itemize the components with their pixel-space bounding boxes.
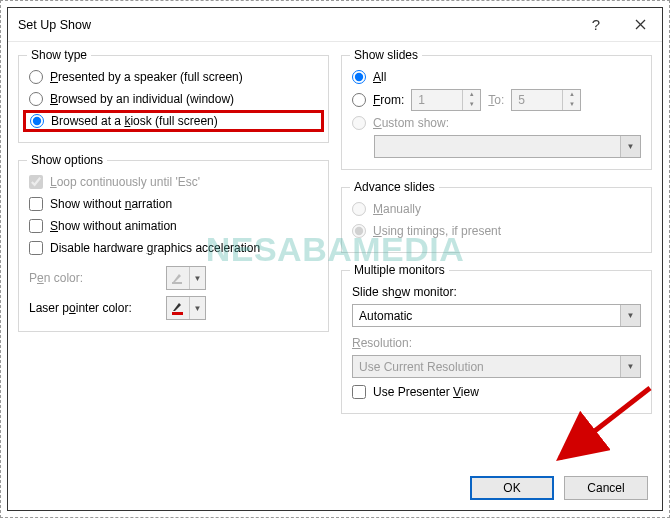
chevron-down-icon: ▼ (620, 136, 640, 157)
ok-button[interactable]: OK (470, 476, 554, 500)
label-pen-color: Pen color: (29, 271, 159, 285)
legend-show-options: Show options (27, 153, 107, 167)
label-resolution: Resolution: (352, 336, 412, 350)
chevron-down-icon[interactable]: ▼ (189, 297, 205, 319)
legend-show-slides: Show slides (350, 48, 422, 62)
label-to: To: (488, 93, 504, 107)
radio-all-slides[interactable] (352, 70, 366, 84)
chevron-down-icon: ▼ (189, 267, 205, 289)
label-presented: Presented by a speaker (full screen) (50, 70, 243, 84)
to-spinner[interactable]: ▲▼ (511, 89, 581, 111)
radio-from-slides[interactable] (352, 93, 366, 107)
from-value[interactable] (412, 90, 462, 110)
radio-manually (352, 202, 366, 216)
label-monitor: Slide show monitor: (352, 285, 457, 299)
label-presenter-view: Use Presenter View (373, 385, 479, 399)
radio-browsed-individual[interactable] (29, 92, 43, 106)
label-no-narration: Show without narration (50, 197, 172, 211)
check-no-narration[interactable] (29, 197, 43, 211)
legend-advance: Advance slides (350, 180, 439, 194)
monitor-combo[interactable]: Automatic ▼ (352, 304, 641, 327)
group-multiple-monitors: Multiple monitors Slide show monitor: Au… (341, 263, 652, 414)
radio-kiosk[interactable] (30, 114, 44, 128)
from-spinner[interactable]: ▲▼ (411, 89, 481, 111)
resolution-value: Use Current Resolution (353, 360, 620, 374)
laser-color-icon (167, 297, 189, 319)
label-all-slides: All (373, 70, 386, 84)
label-disable-hw: Disable hardware graphics acceleration (50, 241, 260, 255)
radio-timings (352, 224, 366, 238)
legend-monitors: Multiple monitors (350, 263, 449, 277)
monitor-value: Automatic (353, 309, 620, 323)
chevron-down-icon[interactable]: ▼ (620, 305, 640, 326)
check-no-animation[interactable] (29, 219, 43, 233)
chevron-down-icon: ▼ (620, 356, 640, 377)
titlebar: Set Up Show ? (8, 8, 662, 42)
pen-color-icon (167, 267, 189, 289)
check-presenter-view[interactable] (352, 385, 366, 399)
radio-presented[interactable] (29, 70, 43, 84)
highlighted-kiosk-option: Browsed at a kiosk (full screen) (23, 110, 324, 132)
pen-color-picker: ▼ (166, 266, 206, 290)
check-loop (29, 175, 43, 189)
label-from: From: (373, 93, 404, 107)
cancel-button[interactable]: Cancel (564, 476, 648, 500)
label-custom-show: Custom show: (373, 116, 449, 130)
group-show-type: Show type Presented by a speaker (full s… (18, 48, 329, 143)
label-kiosk: Browsed at a kiosk (full screen) (51, 114, 218, 128)
group-show-slides: Show slides All From: ▲▼ To: ▲▼ (341, 48, 652, 170)
label-browsed-individual: Browsed by an individual (window) (50, 92, 234, 106)
label-manually: Manually (373, 202, 421, 216)
button-row: OK Cancel (8, 472, 662, 510)
dialog-title: Set Up Show (18, 18, 574, 32)
custom-show-combo: ▼ (374, 135, 641, 158)
legend-show-type: Show type (27, 48, 91, 62)
label-timings: Using timings, if present (373, 224, 501, 238)
to-value[interactable] (512, 90, 562, 110)
group-advance-slides: Advance slides Manually Using timings, i… (341, 180, 652, 253)
label-loop: Loop continuously until 'Esc' (50, 175, 200, 189)
label-laser-color: Laser pointer color: (29, 301, 159, 315)
laser-color-picker[interactable]: ▼ (166, 296, 206, 320)
svg-rect-3 (172, 312, 183, 315)
radio-custom-show (352, 116, 366, 130)
close-icon (635, 19, 646, 30)
help-button[interactable]: ? (574, 8, 618, 42)
group-show-options: Show options Loop continuously until 'Es… (18, 153, 329, 332)
label-no-animation: Show without animation (50, 219, 177, 233)
close-button[interactable] (618, 8, 662, 42)
resolution-combo: Use Current Resolution ▼ (352, 355, 641, 378)
dialog-setup-show: Set Up Show ? Show type Presented by a s… (7, 7, 663, 511)
check-disable-hw[interactable] (29, 241, 43, 255)
svg-rect-2 (172, 282, 182, 284)
